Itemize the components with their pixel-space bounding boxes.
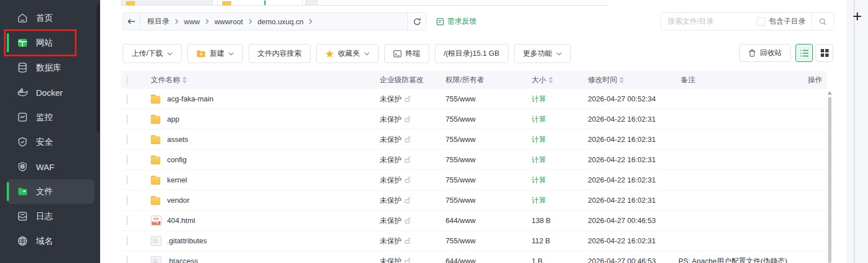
new-button[interactable]: 新建 <box>187 44 243 63</box>
header-mtime[interactable]: 修改时间 <box>584 75 669 85</box>
table-row[interactable]: app 未保护 755/www 计算 2026-04-22 16:02:31 <box>121 109 827 130</box>
disk-usage-button[interactable]: /(根目录)15.1 GB <box>435 44 509 63</box>
table-row[interactable]: vendor 未保护 755/www 计算 2026-04-22 16:02:3… <box>121 190 827 211</box>
row-checkbox[interactable] <box>127 175 128 185</box>
file-name[interactable]: config <box>167 155 187 164</box>
row-checkbox[interactable] <box>127 114 128 124</box>
header-name[interactable]: 文件名称 <box>143 75 380 85</box>
table-row[interactable]: <>HTML 404.html 未保护 644/www 138 B 2026-0… <box>121 211 827 231</box>
row-checkbox[interactable] <box>127 216 128 225</box>
modified-time: 2026-04-27 00:52:34 <box>584 95 669 103</box>
sidebar-item-domain[interactable]: 域名 <box>7 229 95 253</box>
calc-size-link[interactable]: 计算 <box>532 95 546 103</box>
sidebar-item-label: 监控 <box>36 112 53 123</box>
content-search-button[interactable]: 文件内容搜索 <box>249 44 311 63</box>
file-name-cell[interactable]: vendor <box>143 195 380 206</box>
breadcrumb-root[interactable]: 根目录 <box>142 16 174 26</box>
folder-icon <box>126 1 135 6</box>
location-tab-inactive[interactable] <box>121 0 213 6</box>
domain-globe-icon <box>17 235 28 247</box>
grid-view-toggle[interactable] <box>816 44 833 62</box>
refresh-button[interactable] <box>407 13 426 30</box>
table-row[interactable]: assets 未保护 755/www 计算 2026-04-22 16:02:3… <box>121 130 827 150</box>
recycle-bin-button[interactable]: 回收站 <box>739 44 791 62</box>
row-checkbox[interactable] <box>127 195 128 205</box>
file-name-cell[interactable]: app <box>143 114 380 124</box>
upload-download-button[interactable]: 上传/下载 <box>123 44 182 63</box>
calc-size-link[interactable]: 计算 <box>532 196 546 204</box>
breadcrumb-wwwroot[interactable]: wwwroot <box>209 17 248 26</box>
sidebar-item-docker[interactable]: Docker <box>7 80 95 105</box>
file-name-cell[interactable]: assets <box>143 135 380 145</box>
calc-size-link[interactable]: 计算 <box>532 155 546 164</box>
search-button[interactable] <box>811 13 834 30</box>
folder-icon <box>151 155 161 165</box>
file-name-cell[interactable]: .htaccess <box>143 256 380 263</box>
file-name[interactable]: app <box>167 115 179 123</box>
file-name-cell[interactable]: kernel <box>143 175 380 185</box>
sort-icon[interactable] <box>619 77 624 83</box>
table-row[interactable]: config 未保护 755/www 计算 2026-04-22 16:02:3… <box>121 150 827 170</box>
calc-size-link[interactable]: 计算 <box>532 115 546 123</box>
row-checkbox[interactable] <box>127 155 128 164</box>
table-scrollbar[interactable] <box>828 89 831 263</box>
header-size[interactable]: 大小 <box>529 75 584 85</box>
file-name[interactable]: .gitattributes <box>167 237 207 245</box>
active-indicator-bar <box>7 182 9 201</box>
table-header-row: 文件名称 企业级防篡改 权限/所有者 大小 修改时间 备注 操作 <box>121 71 827 89</box>
new-tab-button[interactable] <box>305 0 318 6</box>
file-name-cell[interactable]: <>HTML 404.html <box>143 216 380 226</box>
breadcrumb-site-dir[interactable]: demo.uxuq.cn <box>253 17 309 26</box>
table-row[interactable]: acg-faka-main 未保护 755/www 计算 2026-04-27 … <box>121 89 827 109</box>
file-name-cell[interactable]: config <box>143 155 380 165</box>
modified-time: 2026-04-22 16:02:31 <box>584 237 669 245</box>
sidebar-item-monitor[interactable]: 监控 <box>7 105 95 130</box>
plus-icon[interactable]: + <box>848 7 867 26</box>
sidebar-item-waf[interactable]: WAF <box>7 154 95 179</box>
sidebar-item-files[interactable]: 文件 <box>7 179 95 204</box>
table-row[interactable]: kernel 未保护 755/www 计算 2026-04-22 16:02:3… <box>121 170 827 190</box>
file-name-cell[interactable]: acg-faka-main <box>143 94 380 104</box>
calc-size-link[interactable]: 计算 <box>532 176 546 184</box>
row-checkbox[interactable] <box>127 236 128 246</box>
sidebar-item-database[interactable]: 数据库 <box>7 55 95 80</box>
sidebar-item-home[interactable]: 首页 <box>7 6 95 30</box>
table-row[interactable]: .gitattributes 未保护 755/www 112 B 2026-04… <box>121 231 827 251</box>
file-name[interactable]: assets <box>167 135 188 144</box>
location-tab-active[interactable] <box>217 0 303 6</box>
back-button[interactable] <box>123 13 140 30</box>
select-all-checkbox[interactable] <box>127 75 128 85</box>
perm-owner: 755/www <box>444 115 529 123</box>
include-subdir-checkbox[interactable] <box>757 17 765 26</box>
search-input[interactable]: 搜索文件/目录 <box>661 16 757 26</box>
perm-owner: 755/www <box>444 95 529 103</box>
new-folder-icon <box>196 50 206 58</box>
sidebar-item-logs[interactable]: 日志 <box>7 204 95 229</box>
file-name[interactable]: kernel <box>167 176 187 184</box>
row-checkbox[interactable] <box>127 135 128 144</box>
breadcrumb-www[interactable]: www <box>179 17 205 26</box>
scrollbar-thumb[interactable] <box>828 97 831 263</box>
row-checkbox[interactable] <box>127 94 128 104</box>
file-name[interactable]: vendor <box>167 196 190 204</box>
file-name[interactable]: .htaccess <box>167 257 198 263</box>
favorites-button[interactable]: 收藏夹 <box>316 44 379 63</box>
scroll-up-arrow-icon[interactable] <box>827 91 832 95</box>
row-checkbox[interactable] <box>127 256 128 263</box>
file-name-cell[interactable]: .gitattributes <box>143 236 380 246</box>
main-panel: 根目录 www wwwroot demo.uxuq.cn 需求反馈 <box>100 0 868 263</box>
more-functions-button[interactable]: 更多功能 <box>514 44 571 63</box>
terminal-button[interactable]: 终端 <box>384 44 429 63</box>
file-name[interactable]: acg-faka-main <box>167 95 213 103</box>
sidebar-scrollbar[interactable] <box>97 5 100 132</box>
sidebar-item-website[interactable]: 网站 <box>7 30 95 55</box>
calc-size-link[interactable]: 计算 <box>532 135 546 144</box>
feedback-doc-icon <box>436 17 444 26</box>
sort-icon[interactable] <box>182 77 187 83</box>
feedback-link[interactable]: 需求反馈 <box>436 16 476 26</box>
file-name[interactable]: 404.html <box>167 216 195 225</box>
sidebar-item-security[interactable]: 安全 <box>7 130 95 154</box>
sort-icon[interactable] <box>548 77 553 83</box>
table-row[interactable]: .htaccess 未保护 644/www 1 B 2026-04-27 00:… <box>121 251 827 263</box>
list-view-toggle[interactable] <box>795 44 813 62</box>
